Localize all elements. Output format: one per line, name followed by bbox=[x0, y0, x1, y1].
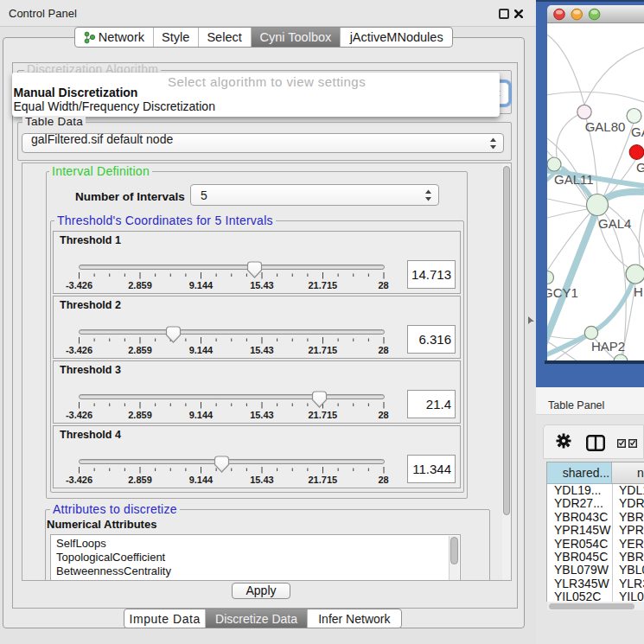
svg-text:GA: GA bbox=[631, 124, 644, 139]
svg-text:GAL80: GAL80 bbox=[585, 119, 626, 134]
svg-text:GAL11: GAL11 bbox=[554, 172, 594, 187]
svg-text:H: H bbox=[634, 284, 643, 299]
svg-text:GAL4: GAL4 bbox=[598, 216, 631, 231]
svg-text:GCY1: GCY1 bbox=[547, 285, 578, 300]
svg-text:HAP2: HAP2 bbox=[591, 339, 625, 354]
svg-text:G: G bbox=[636, 160, 644, 175]
